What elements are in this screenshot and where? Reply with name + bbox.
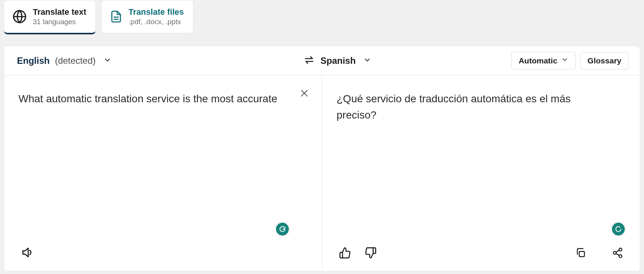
detected-label: (detected) [55,55,96,66]
formality-label: Automatic [518,56,557,65]
target-language-selector[interactable]: Spanish [320,55,371,66]
source-pane: What automatic translation service is th… [4,75,322,271]
tab-text-subtitle: 31 languages [33,18,86,26]
language-bar: English (detected) Spanish Automatic [4,46,640,75]
share-button[interactable] [610,245,626,261]
mode-tabs: Translate text 31 languages Translate fi… [0,0,644,34]
tab-text-labels: Translate text 31 languages [33,7,86,26]
source-language-selector[interactable]: English (detected) [17,55,298,66]
tab-files-labels: Translate files .pdf, .docx, .pptx [129,7,184,26]
right-controls: Automatic Glossary [511,52,629,69]
target-text-output: ¿Qué servicio de traducción automática e… [337,91,610,123]
grammarly-icon[interactable] [276,223,289,236]
thumbs-up-button[interactable] [337,245,353,261]
source-textarea[interactable]: What automatic translation service is th… [18,91,292,107]
listen-source-button[interactable] [18,244,36,261]
translator-card: English (detected) Spanish Automatic [4,46,640,271]
swap-languages-button[interactable] [304,54,315,67]
translation-panes: What automatic translation service is th… [4,75,640,271]
tab-text-title: Translate text [33,7,86,17]
document-icon [110,10,123,23]
chevron-down-icon [103,56,112,66]
tab-files-subtitle: .pdf, .docx, .pptx [129,18,184,26]
globe-icon [12,9,27,24]
formality-dropdown[interactable]: Automatic [511,52,576,69]
grammarly-icon[interactable] [612,223,625,236]
svg-rect-5 [579,251,584,257]
tab-files-title: Translate files [129,7,184,17]
tab-translate-text[interactable]: Translate text 31 languages [4,0,96,34]
thumbs-down-button[interactable] [362,245,379,261]
clear-source-button[interactable] [299,88,309,100]
tab-translate-files[interactable]: Translate files .pdf, .docx, .pptx [101,0,193,33]
svg-line-10 [616,254,619,256]
source-language-label: English [17,55,50,66]
target-pane: ¿Qué servicio de traducción automática e… [322,75,640,271]
glossary-button[interactable]: Glossary [580,52,629,69]
chevron-down-icon [363,56,371,66]
target-language-label: Spanish [320,55,356,66]
glossary-label: Glossary [587,56,621,65]
source-footer [18,244,308,261]
svg-line-9 [616,250,619,252]
copy-button[interactable] [573,245,589,261]
target-footer [337,245,626,261]
chevron-down-icon [561,56,569,65]
